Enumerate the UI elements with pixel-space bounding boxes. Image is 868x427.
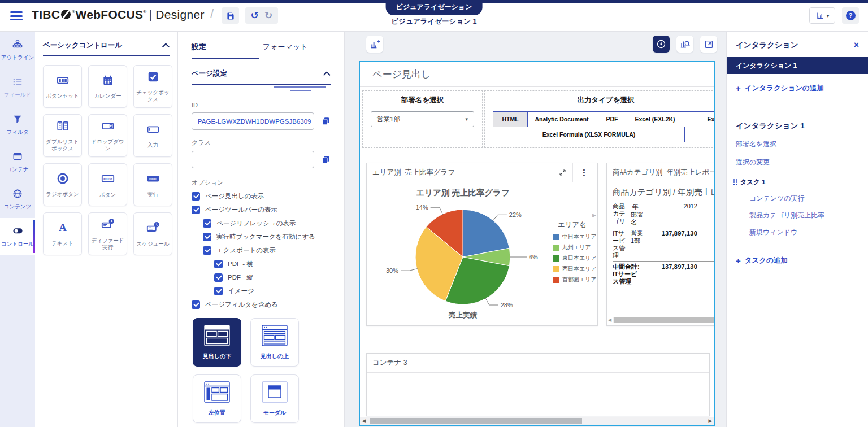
- checkbox-checked-icon[interactable]: [192, 300, 200, 309]
- output-filter-cell[interactable]: 出力タイプを選択 HTMLAnalytic DocumentPDFExcel (…: [484, 90, 715, 148]
- undo-icon[interactable]: ↺: [251, 10, 259, 21]
- output-type-button[interactable]: [684, 127, 715, 142]
- task-link[interactable]: コンテンツの実行: [749, 194, 859, 203]
- control-tile-dropdown[interactable]: ドロップダウン: [88, 114, 127, 157]
- hamburger-menu-icon[interactable]: [10, 11, 23, 20]
- legend-item[interactable]: 西日本エリア: [553, 265, 597, 273]
- layout-option-modal[interactable]: モーダル: [250, 374, 299, 423]
- output-type-button[interactable]: Analytic Document: [527, 111, 596, 127]
- report-horizontal-scrollbar[interactable]: ◀: [607, 316, 715, 324]
- checkbox-checked-icon[interactable]: [214, 287, 223, 295]
- interactions-mode-button[interactable]: [653, 36, 670, 53]
- kebab-menu-icon[interactable]: ⋮: [572, 163, 592, 182]
- tab-settings[interactable]: 設定: [192, 42, 259, 59]
- option-checkbox-row[interactable]: 実行時ブックマークを有効にする: [192, 233, 331, 241]
- page-canvas[interactable]: ページ見出し 部署名を選択 営業1部 ▾ 出力タイプを選択 HTMLAnalyt…: [359, 61, 715, 426]
- dept-select[interactable]: 営業1部 ▾: [371, 111, 474, 127]
- canvas-horizontal-scrollbar[interactable]: ◀ ▶: [360, 417, 714, 425]
- legend-item[interactable]: 東日本エリア: [553, 254, 597, 262]
- scrollbar-thumb[interactable]: [370, 418, 582, 424]
- option-checkbox-row[interactable]: PDF - 横: [192, 260, 331, 268]
- expand-arrows-icon[interactable]: [558, 168, 567, 177]
- option-checkbox-row[interactable]: イメージ: [192, 287, 331, 295]
- report-table-widget[interactable]: 商品カテゴリ別_年別売上レポー 商品カテゴリ別 / 年別売上レ 商品カテゴリ 年…: [606, 163, 715, 326]
- container3-widget[interactable]: コンテナ 3: [366, 353, 710, 416]
- scroll-right-icon[interactable]: ▶: [706, 418, 714, 424]
- copy-icon[interactable]: [321, 155, 331, 164]
- control-tile-button[interactable]: BUTTONボタン: [88, 163, 127, 206]
- control-tile-buttonset[interactable]: ボタンセット: [43, 65, 82, 108]
- options-checkbox-tree: ページ見出しの表示ページツールバーの表示ページリフレッシュの表示実行時ブックマー…: [192, 192, 331, 309]
- help-button[interactable]: ?: [842, 7, 859, 24]
- option-checkbox-row[interactable]: エクスポートの表示: [192, 246, 331, 255]
- collapse-chevron-icon[interactable]: [162, 43, 170, 50]
- expand-canvas-button[interactable]: [700, 36, 717, 53]
- scroll-left-icon[interactable]: ◀: [360, 418, 368, 424]
- layout-option-heading-above[interactable]: 見出しの上: [250, 318, 299, 367]
- output-type-button[interactable]: Excel Formula (XLSX FORMULA): [493, 127, 685, 142]
- drag-handle-icon[interactable]: [733, 179, 737, 185]
- interaction-item-selected[interactable]: インタラクション 1: [727, 57, 868, 74]
- add-task-button[interactable]: + タスクの追加: [736, 256, 859, 265]
- output-type-button[interactable]: HTML: [493, 111, 528, 127]
- close-icon[interactable]: ×: [854, 40, 859, 50]
- sidebar-item-controls[interactable]: コントロール: [0, 218, 35, 255]
- option-checkbox-row[interactable]: ページツールバーの表示: [192, 206, 331, 214]
- chart-type-button[interactable]: ▾: [809, 7, 835, 24]
- option-checkbox-row[interactable]: ページリフレッシュの表示: [192, 219, 331, 228]
- option-checkbox-row[interactable]: ページ見出しの表示: [192, 192, 331, 201]
- scrollbar-thumb[interactable]: [614, 317, 715, 323]
- tab-format[interactable]: フォーマット: [259, 42, 331, 59]
- control-tile-checkbox[interactable]: チェックボックス: [133, 65, 172, 108]
- layout-option-left-position[interactable]: 左位置: [193, 374, 241, 423]
- control-tile-input[interactable]: 入力: [133, 114, 172, 157]
- layout-option-heading-below[interactable]: 見出しの下: [193, 318, 241, 367]
- control-tile-deferred[interactable]: ディファード実行: [88, 212, 127, 255]
- interaction-event-link[interactable]: 選択の変更: [736, 158, 859, 167]
- interaction-source-link[interactable]: 部署名を選択: [736, 140, 859, 149]
- pie-chart[interactable]: 22%6%28%30%14%: [367, 199, 559, 310]
- legend-item[interactable]: 中日本エリア: [553, 233, 597, 241]
- legend-item[interactable]: 九州エリア: [553, 243, 597, 251]
- add-content-button[interactable]: [366, 36, 383, 53]
- output-type-button[interactable]: PDF: [596, 111, 628, 127]
- checkbox-checked-icon[interactable]: [203, 246, 211, 255]
- task-link[interactable]: 製品カテゴリ別売上比率: [749, 211, 859, 220]
- task-link[interactable]: 新規ウィンドウ: [749, 228, 859, 237]
- sidebar-item-filter[interactable]: フィルタ: [0, 106, 35, 143]
- checkbox-checked-icon[interactable]: [203, 219, 211, 228]
- output-type-button[interactable]: Excel (EXL2K): [628, 111, 682, 127]
- checkbox-checked-icon[interactable]: [203, 233, 211, 241]
- checkbox-checked-icon[interactable]: [214, 273, 223, 282]
- checkbox-checked-icon[interactable]: [214, 260, 223, 268]
- page-heading[interactable]: ページ見出し: [360, 62, 714, 87]
- legend-item[interactable]: 首都圏エリア: [553, 276, 597, 284]
- checkbox-checked-icon[interactable]: [192, 192, 200, 201]
- option-checkbox-row[interactable]: PDF - 縦: [192, 273, 331, 282]
- sidebar-item-fields[interactable]: フィールド: [0, 69, 35, 106]
- scroll-left-icon[interactable]: ◀: [607, 317, 613, 323]
- output-type-button[interactable]: Excel Fo: [682, 111, 715, 127]
- redo-icon[interactable]: ↻: [264, 10, 272, 21]
- control-tile-doublelist[interactable]: ダブルリストボックス: [43, 114, 82, 157]
- control-tile-text[interactable]: Aテキスト: [43, 212, 82, 255]
- preview-analyze-button[interactable]: [676, 36, 693, 53]
- control-tile-calendar[interactable]: カレンダー: [88, 65, 127, 108]
- sidebar-item-outline[interactable]: アウトライン: [0, 32, 35, 69]
- save-button[interactable]: [222, 7, 239, 24]
- checkbox-checked-icon[interactable]: [192, 206, 200, 214]
- sidebar-item-container[interactable]: コンテナ: [0, 143, 35, 181]
- legend-collapse-icon[interactable]: ▶: [553, 212, 597, 219]
- dept-filter-cell[interactable]: 部署名を選択 営業1部 ▾: [362, 90, 483, 148]
- class-input[interactable]: [192, 151, 314, 168]
- id-input[interactable]: PAGE-LGWXZDWH1DDWPGSJB6309: [192, 112, 314, 130]
- control-tile-run[interactable]: SUBMIT実行: [133, 163, 172, 206]
- control-tile-radio[interactable]: ラジオボタン: [43, 163, 82, 206]
- control-tile-schedule[interactable]: スケジュール: [133, 212, 172, 255]
- option-checkbox-row[interactable]: ページフィルタを含める: [192, 300, 331, 309]
- sidebar-item-content[interactable]: コンテンツ: [0, 181, 35, 218]
- collapse-chevron-icon[interactable]: [323, 71, 331, 79]
- pie-chart-widget[interactable]: エリア別_売上比率グラフ ⋮ エリア別 売上比率グラフ 22%6%28%30%1…: [366, 163, 598, 326]
- add-interaction-button[interactable]: + インタラクションの追加: [736, 84, 859, 93]
- copy-icon[interactable]: [321, 116, 331, 126]
